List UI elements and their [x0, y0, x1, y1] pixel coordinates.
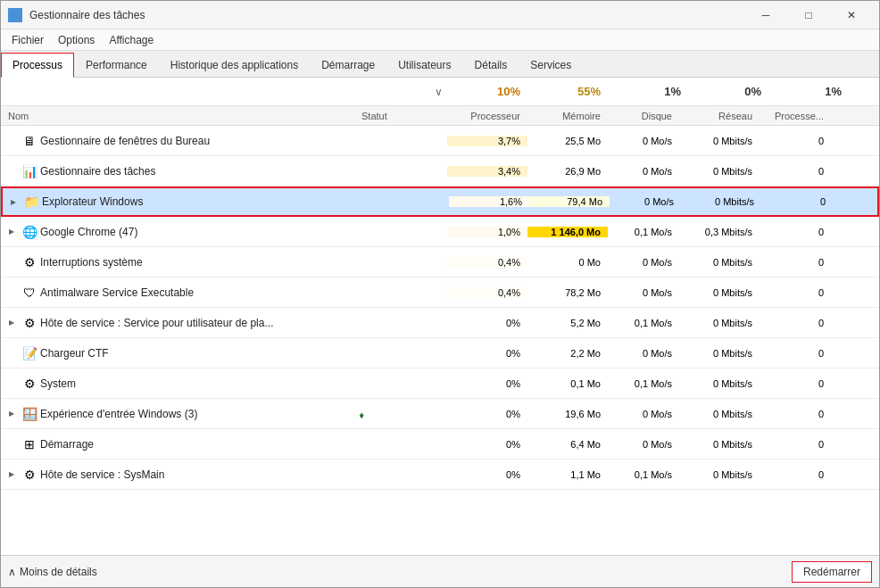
process-icon: 🪟	[22, 407, 37, 421]
process-processor-cell: 0	[760, 409, 831, 419]
cpu-usage: 10%	[447, 85, 527, 98]
table-row[interactable]: 🖥 Gestionnaire de fenêtres du Bureau 3,7…	[1, 126, 879, 156]
expand-button[interactable]	[4, 437, 19, 451]
svg-rect-3	[16, 16, 21, 21]
col-header-processor[interactable]: Processe...	[760, 111, 831, 121]
expand-button[interactable]: ▶	[4, 407, 19, 421]
table-row[interactable]: ⚙ Interruptions système 0,4% 0 Mo 0 Mo/s…	[1, 247, 879, 277]
process-name-cell: ▶ 🪟 Expérience d'entrée Windows (3)	[1, 407, 358, 421]
process-cpu-cell: 3,4%	[447, 166, 527, 177]
process-processor-cell: 0	[760, 257, 831, 268]
network-usage: 0%	[688, 85, 768, 98]
tab-utilisateurs[interactable]: Utilisateurs	[386, 53, 462, 77]
expand-button[interactable]	[4, 164, 19, 178]
tab-processus[interactable]: Processus	[1, 53, 74, 78]
expand-button[interactable]	[4, 286, 19, 300]
process-memory-cell: 0 Mo	[527, 257, 608, 268]
process-cpu-cell: 1,6%	[449, 196, 529, 207]
process-name-label: Expérience d'entrée Windows (3)	[40, 408, 197, 420]
table-row[interactable]: 📝 Chargeur CTF 0% 2,2 Mo 0 Mo/s 0 Mbits/…	[1, 338, 879, 369]
expand-button[interactable]: ▶	[4, 316, 19, 330]
process-memory-cell: 5,2 Mo	[527, 318, 608, 328]
process-icon: ⊞	[22, 437, 37, 451]
process-cpu-cell: 1,0%	[447, 227, 527, 237]
table-row[interactable]: ▶ ⚙ Hôte de service : SysMain 0% 1,1 Mo …	[1, 460, 879, 490]
process-processor-cell: 0	[760, 348, 831, 359]
col-header-memory[interactable]: Mémoire	[527, 111, 608, 121]
process-network-cell: 0 Mbits/s	[679, 409, 760, 419]
col-header-disk[interactable]: Disque	[608, 111, 679, 121]
table-row[interactable]: ▶ 📁 Explorateur Windows 1,6% 79,4 Mo 0 M…	[1, 186, 879, 217]
restart-button[interactable]: Redémarrer	[792, 561, 872, 583]
table-row[interactable]: ▶ ⚙ Hôte de service : Service pour utili…	[1, 308, 879, 338]
less-details-button[interactable]: ∧ Moins de détails	[8, 566, 792, 578]
process-cpu-cell: 0%	[447, 409, 527, 419]
tab-historique[interactable]: Historique des applications	[159, 53, 310, 77]
process-disk-cell: 0,1 Mo/s	[608, 318, 679, 328]
table-row[interactable]: ⚙ System 0% 0,1 Mo 0,1 Mo/s 0 Mbits/s 0	[1, 369, 879, 399]
process-network-cell: 0 Mbits/s	[679, 166, 760, 177]
expand-button[interactable]: ▶	[4, 468, 19, 482]
tab-details[interactable]: Détails	[463, 53, 519, 77]
expand-button[interactable]: ▶	[4, 225, 19, 239]
expand-button[interactable]	[4, 134, 19, 148]
process-network-cell: 0 Mbits/s	[681, 196, 761, 207]
col-header-name[interactable]: Nom	[1, 111, 358, 121]
app-icon	[8, 8, 22, 22]
close-button[interactable]: ✕	[831, 1, 872, 29]
table-row[interactable]: ⊞ Démarrage 0% 6,4 Mo 0 Mo/s 0 Mbits/s 0	[1, 429, 879, 460]
col-header-network[interactable]: Réseau	[679, 111, 760, 121]
tab-demarrage[interactable]: Démarrage	[310, 53, 386, 77]
expand-button[interactable]	[4, 346, 19, 360]
process-memory-cell: 26,9 Mo	[527, 166, 608, 177]
table-row[interactable]: 🛡 Antimalware Service Executable 0,4% 78…	[1, 277, 879, 308]
process-name-cell: ▶ 🌐 Google Chrome (47)	[1, 225, 358, 239]
process-network-cell: 0 Mbits/s	[679, 257, 760, 268]
process-icon: 🌐	[22, 225, 37, 239]
process-table: 🖥 Gestionnaire de fenêtres du Bureau 3,7…	[1, 126, 879, 555]
expand-button[interactable]: ▶	[6, 195, 21, 209]
process-disk-cell: 0 Mo/s	[608, 136, 679, 146]
process-cpu-cell: 3,7%	[447, 136, 527, 146]
menu-fichier[interactable]: Fichier	[4, 32, 51, 48]
minimize-button[interactable]: ─	[745, 1, 786, 29]
expand-button[interactable]	[4, 255, 19, 269]
process-name-cell: ▶ 📁 Explorateur Windows	[3, 195, 360, 209]
process-disk-cell: 0,1 Mo/s	[608, 378, 679, 389]
menu-options[interactable]: Options	[51, 32, 102, 48]
process-network-cell: 0 Mbits/s	[679, 439, 760, 450]
process-disk-cell: 0 Mo/s	[608, 166, 679, 177]
process-disk-cell: 0 Mo/s	[608, 439, 679, 450]
process-network-cell: 0 Mbits/s	[679, 287, 760, 298]
menu-affichage[interactable]: Affichage	[102, 32, 161, 48]
expand-button[interactable]	[4, 377, 19, 391]
table-row[interactable]: ▶ 🪟 Expérience d'entrée Windows (3) ⬧ 0%…	[1, 399, 879, 429]
process-name-label: Antimalware Service Executable	[40, 286, 194, 299]
process-name-label: Google Chrome (47)	[40, 226, 137, 238]
title-bar: Gestionnaire des tâches ─ □ ✕	[1, 1, 879, 29]
process-disk-cell: 0 Mo/s	[608, 257, 679, 268]
process-memory-cell: 79,4 Mo	[529, 196, 610, 207]
window-controls: ─ □ ✕	[745, 1, 872, 29]
process-memory-cell: 6,4 Mo	[527, 439, 608, 450]
process-memory-cell: 1,1 Mo	[527, 469, 608, 480]
col-header-cpu[interactable]: Processeur	[447, 111, 527, 121]
sort-indicator: ∨	[429, 86, 447, 98]
tab-services[interactable]: Services	[519, 53, 583, 77]
tab-performance[interactable]: Performance	[74, 53, 159, 77]
process-icon: ⚙	[22, 468, 37, 482]
process-network-cell: 0 Mbits/s	[679, 136, 760, 146]
process-network-cell: 0,3 Mbits/s	[679, 227, 760, 237]
process-memory-cell: 2,2 Mo	[527, 348, 608, 359]
tabs-bar: Processus Performance Historique des app…	[1, 51, 879, 78]
maximize-button[interactable]: □	[788, 1, 829, 29]
process-name-cell: 🖥 Gestionnaire de fenêtres du Bureau	[1, 134, 358, 148]
table-row[interactable]: ▶ 🌐 Google Chrome (47) 1,0% 1 146,0 Mo 0…	[1, 217, 879, 247]
process-disk-cell: 0 Mo/s	[610, 196, 681, 207]
col-header-status[interactable]: Statut	[358, 111, 429, 121]
table-row[interactable]: 📊 Gestionnaire des tâches 3,4% 26,9 Mo 0…	[1, 156, 879, 186]
process-disk-cell: 0 Mo/s	[608, 409, 679, 419]
column-headers: Nom Statut Processeur Mémoire Disque Rés…	[1, 106, 879, 126]
less-details-label: Moins de détails	[20, 566, 97, 578]
process-network-cell: 0 Mbits/s	[679, 378, 760, 389]
